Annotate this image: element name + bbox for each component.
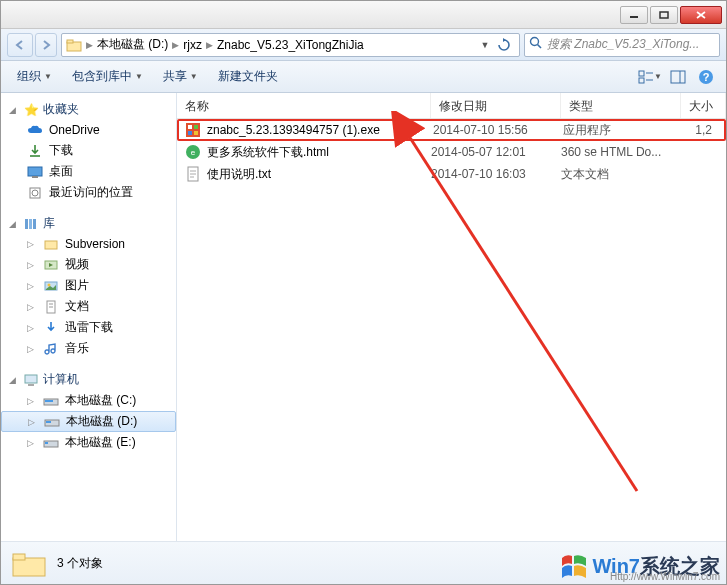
- file-row[interactable]: e更多系统软件下载.html 2014-05-07 12:01 360 se H…: [177, 141, 726, 163]
- minimize-button[interactable]: [620, 6, 648, 24]
- tree-item-subversion[interactable]: ▷Subversion: [1, 234, 176, 254]
- status-object-count: 3 个对象: [57, 555, 103, 572]
- tree-item-pictures[interactable]: ▷图片: [1, 275, 176, 296]
- window-titlebar: [1, 1, 726, 29]
- tree-item-documents[interactable]: ▷文档: [1, 296, 176, 317]
- file-date: 2014-07-10 16:03: [431, 167, 561, 181]
- tree-item-drive-c[interactable]: ▷本地磁盘 (C:): [1, 390, 176, 411]
- file-row[interactable]: 使用说明.txt 2014-07-10 16:03 文本文档: [177, 163, 726, 185]
- tree-item-videos[interactable]: ▷视频: [1, 254, 176, 275]
- svg-rect-1: [660, 12, 668, 18]
- search-icon: [529, 36, 543, 53]
- file-type: 360 se HTML Do...: [561, 145, 681, 159]
- chevron-down-icon: ▼: [44, 72, 52, 81]
- folder-icon: [66, 37, 82, 53]
- svg-rect-5: [67, 40, 73, 43]
- folder-large-icon: [11, 549, 47, 579]
- navigation-pane[interactable]: ◢⭐收藏夹 OneDrive 下载 桌面 最近访问的位置 ◢库 ▷Subvers…: [1, 93, 177, 541]
- svg-rect-17: [28, 167, 42, 176]
- svg-text:?: ?: [703, 71, 710, 83]
- chevron-right-icon: ▶: [168, 40, 183, 50]
- tree-item-music[interactable]: ▷音乐: [1, 338, 176, 359]
- tree-item-xunlei[interactable]: ▷迅雷下载: [1, 317, 176, 338]
- tree-item-recent[interactable]: 最近访问的位置: [1, 182, 176, 203]
- tree-item-drive-d[interactable]: ▷本地磁盘 (D:): [1, 411, 176, 432]
- video-icon: [43, 257, 59, 273]
- expand-icon: ▷: [27, 260, 37, 270]
- svg-rect-8: [639, 71, 644, 76]
- breadcrumb-dropdown-button[interactable]: ▼: [477, 40, 493, 50]
- file-name: 使用说明.txt: [207, 166, 271, 183]
- file-date: 2014-05-07 12:01: [431, 145, 561, 159]
- refresh-button[interactable]: [493, 34, 515, 56]
- picture-icon: [43, 278, 59, 294]
- nav-forward-button[interactable]: [35, 33, 57, 57]
- expand-icon: ▷: [27, 396, 37, 406]
- watermark: Win7系统之家 Http://www.Winwin7.com: [560, 553, 720, 580]
- maximize-button[interactable]: [650, 6, 678, 24]
- address-bar-row: ▶ 本地磁盘 (D:) ▶ rjxz ▶ Znabc_V5.23_XiTongZ…: [1, 29, 726, 61]
- download-icon: [43, 320, 59, 336]
- svg-rect-43: [194, 131, 198, 135]
- collapse-icon: ◢: [9, 105, 19, 115]
- chevron-right-icon: ▶: [202, 40, 217, 50]
- svg-rect-23: [33, 219, 36, 229]
- preview-pane-button[interactable]: [666, 65, 690, 89]
- column-header-name[interactable]: 名称: [177, 93, 431, 118]
- column-header-date[interactable]: 修改日期: [431, 93, 561, 118]
- chevron-right-icon: ▶: [82, 40, 97, 50]
- svg-rect-12: [671, 71, 685, 83]
- svg-rect-34: [45, 400, 53, 402]
- file-type: 应用程序: [563, 122, 683, 139]
- svg-rect-51: [13, 558, 45, 576]
- tree-item-drive-e[interactable]: ▷本地磁盘 (E:): [1, 432, 176, 453]
- search-placeholder: 搜索 Znabc_V5.23_XiTong...: [547, 36, 699, 53]
- collapse-icon: ◢: [9, 375, 19, 385]
- new-folder-button[interactable]: 新建文件夹: [210, 64, 286, 89]
- svg-rect-32: [28, 384, 34, 386]
- help-button[interactable]: ?: [694, 65, 718, 89]
- star-icon: ⭐: [23, 102, 39, 118]
- tree-item-desktop[interactable]: 桌面: [1, 161, 176, 182]
- tree-favorites[interactable]: ◢⭐收藏夹: [1, 99, 176, 120]
- desktop-icon: [27, 164, 43, 180]
- nav-back-button[interactable]: [7, 33, 33, 57]
- chevron-down-icon: ▼: [190, 72, 198, 81]
- html-icon: e: [185, 144, 201, 160]
- breadcrumb-seg-1[interactable]: 本地磁盘 (D:): [97, 36, 168, 53]
- recent-icon: [27, 185, 43, 201]
- search-input[interactable]: 搜索 Znabc_V5.23_XiTong...: [524, 33, 720, 57]
- svg-rect-38: [45, 442, 48, 444]
- share-menu[interactable]: 共享▼: [155, 64, 206, 89]
- column-header-size[interactable]: 大小: [681, 93, 726, 118]
- library-icon: [23, 216, 39, 232]
- file-row[interactable]: znabc_5.23.1393494757 (1).exe 2014-07-10…: [177, 119, 726, 141]
- tree-computer[interactable]: ◢计算机: [1, 369, 176, 390]
- tree-item-downloads[interactable]: 下载: [1, 140, 176, 161]
- tree-libraries[interactable]: ◢库: [1, 213, 176, 234]
- breadcrumb-seg-3[interactable]: Znabc_V5.23_XiTongZhiJia: [217, 38, 364, 52]
- close-button[interactable]: [680, 6, 722, 24]
- svg-rect-31: [25, 375, 37, 383]
- chevron-down-icon: ▼: [135, 72, 143, 81]
- expand-icon: ▷: [28, 417, 38, 427]
- svg-rect-24: [45, 241, 57, 249]
- include-in-library-menu[interactable]: 包含到库中▼: [64, 64, 151, 89]
- breadcrumb[interactable]: ▶ 本地磁盘 (D:) ▶ rjxz ▶ Znabc_V5.23_XiTongZ…: [61, 33, 520, 57]
- folder-icon: [43, 236, 59, 252]
- music-icon: [43, 341, 59, 357]
- expand-icon: ▷: [27, 239, 37, 249]
- tree-item-onedrive[interactable]: OneDrive: [1, 120, 176, 140]
- computer-icon: [23, 372, 39, 388]
- svg-text:e: e: [191, 148, 196, 157]
- column-header-type[interactable]: 类型: [561, 93, 681, 118]
- breadcrumb-seg-2[interactable]: rjxz: [183, 38, 202, 52]
- file-name: 更多系统软件下载.html: [207, 144, 329, 161]
- expand-icon: ▷: [27, 281, 37, 291]
- svg-line-50: [407, 133, 637, 491]
- drive-icon: [44, 414, 60, 430]
- drive-icon: [43, 435, 59, 451]
- svg-rect-42: [188, 131, 192, 135]
- organize-menu[interactable]: 组织▼: [9, 64, 60, 89]
- view-options-button[interactable]: ▼: [638, 65, 662, 89]
